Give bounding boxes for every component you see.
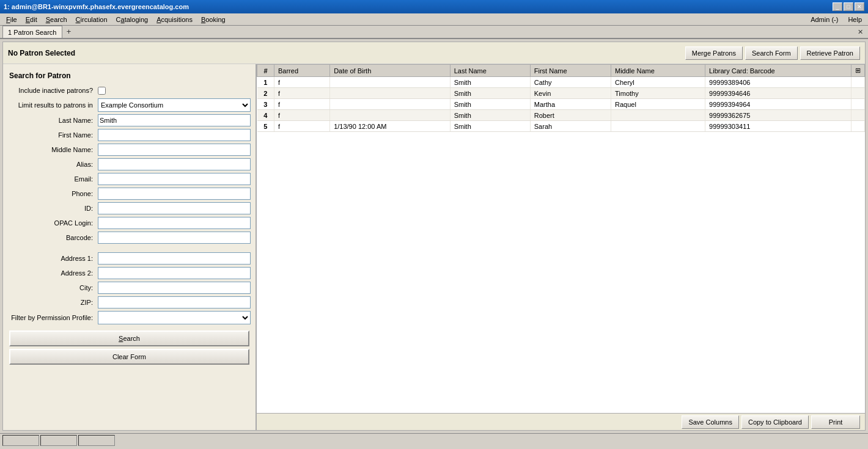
- cell-barred: f: [274, 99, 330, 110]
- cell-librarycard: 99999389406: [705, 77, 851, 88]
- col-header-num: #: [257, 65, 274, 77]
- last-name-input[interactable]: [98, 114, 251, 126]
- table-row[interactable]: 2 f Smith Kevin Timothy 99999394646: [257, 88, 865, 99]
- include-inactive-row: Include inactive patrons?: [3, 84, 256, 97]
- cell-middlename: [611, 121, 705, 132]
- print-button[interactable]: Print: [811, 415, 860, 429]
- cell-dob: [330, 77, 451, 88]
- id-label: ID:: [9, 205, 98, 212]
- city-label: City:: [9, 284, 98, 291]
- middle-name-label: Middle Name:: [9, 146, 98, 153]
- cell-lastname: Smith: [450, 121, 530, 132]
- cell-dob: 1/13/90 12:00 AM: [330, 121, 451, 132]
- opac-login-label: OPAC Login:: [9, 219, 98, 227]
- first-name-row: First Name:: [3, 128, 256, 142]
- top-bar-buttons: Merge Patrons Search Form Retrieve Patro…: [685, 46, 860, 60]
- cell-barred: f: [274, 121, 330, 132]
- table-header-row: # Barred Date of Birth Last Name First N…: [257, 65, 865, 77]
- status-segment-3: [78, 435, 115, 446]
- close-window-button[interactable]: ✕: [855, 2, 864, 11]
- id-input[interactable]: [98, 202, 251, 214]
- cell-firstname: Martha: [530, 99, 611, 110]
- phone-input[interactable]: [98, 188, 251, 200]
- tab-add-button[interactable]: +: [64, 26, 75, 37]
- table-row[interactable]: 1 f Smith Cathy Cheryl 99999389406: [257, 77, 865, 88]
- tab-close-icon[interactable]: ✕: [858, 28, 863, 36]
- first-name-label: First Name:: [9, 131, 98, 139]
- alias-input[interactable]: [98, 158, 251, 170]
- cell-barred: f: [274, 110, 330, 121]
- cell-num: 5: [257, 121, 274, 132]
- menu-cataloging[interactable]: Cataloging: [112, 14, 152, 25]
- cell-librarycard: 99999394646: [705, 88, 851, 99]
- filter-profile-label: Filter by Permission Profile:: [9, 314, 98, 321]
- cell-librarycard: 99999303411: [705, 121, 851, 132]
- middle-name-row: Middle Name:: [3, 142, 256, 157]
- email-label: Email:: [9, 175, 98, 183]
- menu-edit[interactable]: Edit: [22, 14, 41, 25]
- menu-circulation[interactable]: Circulation: [72, 14, 111, 25]
- col-header-barred: Barred: [274, 65, 330, 77]
- opac-login-input[interactable]: [98, 217, 251, 229]
- col-header-librarycard: Library Card: Barcode: [705, 65, 851, 77]
- address2-input[interactable]: [98, 267, 251, 279]
- menu-booking[interactable]: Booking: [197, 14, 229, 25]
- search-panel-title: Search for Patron: [3, 69, 256, 84]
- clear-form-button[interactable]: Clear Form: [9, 349, 249, 365]
- col-header-firstname: First Name: [530, 65, 611, 77]
- barcode-input[interactable]: [98, 232, 251, 244]
- status-segment-1: [2, 435, 39, 446]
- cell-middlename: Cheryl: [611, 77, 705, 88]
- opac-login-row: OPAC Login:: [3, 216, 256, 230]
- col-header-middlename: Middle Name: [611, 65, 705, 77]
- address1-input[interactable]: [98, 252, 251, 265]
- menu-search[interactable]: Search: [42, 14, 71, 25]
- email-input[interactable]: [98, 173, 251, 185]
- table-row[interactable]: 5 f 1/13/90 12:00 AM Smith Sarah 9999930…: [257, 121, 865, 132]
- cell-firstname: Robert: [530, 110, 611, 121]
- main-content: No Patron Selected Merge Patrons Search …: [2, 42, 866, 431]
- results-footer: Save Columns Copy to Clipboard Print: [257, 413, 865, 430]
- menu-file[interactable]: File: [2, 14, 21, 25]
- cell-lastname: Smith: [450, 110, 530, 121]
- cell-librarycard: 99999394964: [705, 99, 851, 110]
- phone-row: Phone:: [3, 186, 256, 201]
- minimize-button[interactable]: _: [833, 2, 842, 11]
- help-menu[interactable]: Help: [844, 14, 866, 25]
- col-header-lastname: Last Name: [450, 65, 530, 77]
- address2-label: Address 2:: [9, 269, 98, 277]
- cell-num: 2: [257, 88, 274, 99]
- first-name-input[interactable]: [98, 129, 251, 141]
- save-columns-button[interactable]: Save Columns: [682, 415, 739, 429]
- merge-patrons-button[interactable]: Merge Patrons: [685, 46, 743, 60]
- cell-lastname: Smith: [450, 99, 530, 110]
- cell-barred: f: [274, 77, 330, 88]
- search-form-button[interactable]: Search Form: [745, 46, 798, 60]
- results-area[interactable]: # Barred Date of Birth Last Name First N…: [257, 64, 865, 413]
- table-row[interactable]: 4 f Smith Robert 99999362675: [257, 110, 865, 121]
- tab-patron-search[interactable]: 1 Patron Search: [2, 26, 62, 38]
- filter-profile-row: Filter by Permission Profile:: [3, 310, 256, 326]
- no-patron-label: No Patron Selected: [8, 49, 75, 57]
- copy-clipboard-button[interactable]: Copy to Clipboard: [741, 415, 809, 429]
- limit-results-select[interactable]: Example Consortium: [98, 98, 251, 112]
- retrieve-patron-button[interactable]: Retrieve Patron: [800, 46, 860, 60]
- cell-barred: f: [274, 88, 330, 99]
- cell-num: 3: [257, 99, 274, 110]
- admin-menu[interactable]: Admin (-): [807, 14, 842, 25]
- status-segment-2: [40, 435, 77, 446]
- table-row[interactable]: 3 f Smith Martha Raquel 99999394964: [257, 99, 865, 110]
- tab-bar: 1 Patron Search + ✕: [0, 26, 868, 39]
- middle-name-input[interactable]: [98, 144, 251, 156]
- cell-lastname: Smith: [450, 88, 530, 99]
- col-header-expand[interactable]: ⊞: [851, 65, 865, 77]
- filter-profile-select[interactable]: [98, 311, 251, 324]
- cell-dob: [330, 99, 451, 110]
- menu-acquisitions[interactable]: Acquisitions: [153, 14, 196, 25]
- maximize-button[interactable]: □: [844, 2, 853, 11]
- city-input[interactable]: [98, 282, 251, 294]
- zip-input[interactable]: [98, 296, 251, 308]
- city-row: City:: [3, 280, 256, 295]
- search-button[interactable]: Search: [9, 330, 249, 346]
- include-inactive-checkbox[interactable]: [98, 87, 106, 95]
